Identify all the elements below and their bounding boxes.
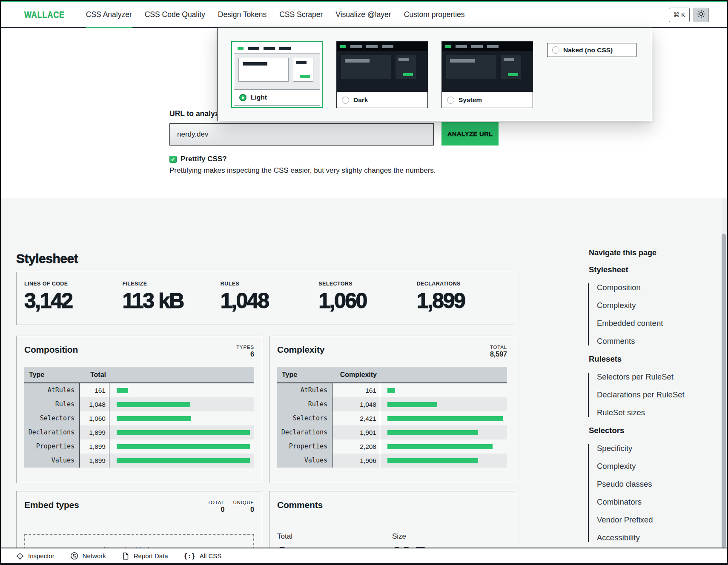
composition-card: Composition TYPES 6 Type Total AtRules 1… [16,336,262,483]
tool-label: Inspector [28,552,54,559]
thumb-nav-item [456,45,467,48]
stylesheet-summary-card: LINES OF CODE 3,142 FILESIZE 113 kB RULE… [16,272,515,325]
thumb-content [442,51,533,92]
nav-item-accessibility[interactable]: Accessibility [597,534,716,542]
comments-total: Total 2 [277,532,392,548]
column-header-total: Total [80,367,109,382]
row-value: 2,421 [332,411,380,425]
nav-item-comments[interactable]: Comments [597,337,716,345]
nav-item-ruleset-sizes[interactable]: RuleSet sizes [597,408,716,417]
tab-custom-properties[interactable]: Custom properties [398,2,471,27]
row-type: Declarations [277,425,332,439]
prettify-label: Prettify CSS? [181,155,227,163]
row-type: Values [24,454,80,468]
card-title: Complexity [277,345,324,363]
stat-selectors: SELECTORS 1,060 [318,281,416,325]
bottom-toolbar: Inspector Network Report Data {:} [1,548,727,563]
composition-header: Composition TYPES 6 [24,345,254,363]
system-radio[interactable] [447,97,454,104]
thumb-nav-item [471,45,483,48]
theme-option-naked[interactable]: Naked (no CSS) [547,43,636,57]
thumb-input-box [341,55,391,79]
row-value: 1,901 [332,425,380,439]
thumb-input-box [238,58,289,82]
value-bar [117,458,250,463]
theme-option-footer: Light [234,89,320,105]
nav-heading-rulesets[interactable]: Rulesets [588,355,716,363]
nav-item-selectors-per-ruleset[interactable]: Selectors per RuleSet [597,373,716,381]
thumb-navbar [337,42,427,51]
top-navigation: WALLACE CSS Analyzer CSS Code Quality De… [1,2,727,28]
theme-toggle-button[interactable] [694,8,709,22]
tab-css-scraper[interactable]: CSS Scraper [273,2,329,27]
naked-radio[interactable] [552,46,559,54]
meta-label: UNIQUE [233,500,254,505]
inspector-tool[interactable]: Inspector [16,552,54,560]
theme-option-dark[interactable]: Dark [336,41,428,108]
theme-option-label: Dark [353,96,368,104]
nav-item-declarations-per-ruleset[interactable]: Declarations per RuleSet [597,391,716,399]
table-row: Values 1,906 [277,454,507,468]
row-value: 1,906 [332,454,380,468]
dark-radio[interactable] [342,97,349,104]
stat-value: 2 [277,543,392,548]
url-input[interactable] [169,123,434,146]
nav-heading-stylesheet[interactable]: Stylesheet [588,265,716,274]
row-value: 1,899 [80,454,109,468]
theme-option-footer: Dark [337,92,427,108]
tab-design-tokens[interactable]: Design Tokens [212,2,273,27]
command-palette-button[interactable]: ⌘ K [669,8,690,22]
empty-state-box: No embedded content [24,534,254,548]
nav-item-combinators[interactable]: Combinators [597,498,716,506]
row-type: Selectors [24,411,80,425]
nav-item-specificity[interactable]: Specificity [597,444,716,453]
stat-rules: RULES 1,048 [221,281,318,325]
tab-css-code-quality[interactable]: CSS Code Quality [138,2,212,27]
table-row: AtRules 161 [277,383,507,397]
nav-item-selector-complexity[interactable]: Complexity [597,462,716,471]
stat-label: Total [277,532,392,541]
thumb-nav-item [264,47,275,50]
tool-label: All CSS [200,552,222,559]
table-row: Rules 1,048 [277,397,507,411]
thumb-content [337,51,427,92]
row-bar-cell [380,425,507,439]
tab-css-analyzer[interactable]: CSS Analyzer [80,2,138,27]
composition-meta: TYPES 6 [236,345,254,363]
report-data-tool[interactable]: Report Data [122,552,168,560]
table-row: Declarations 1,899 [24,425,254,439]
wallace-logo[interactable]: WALLACE [24,9,65,20]
prettify-checkbox[interactable] [169,156,177,163]
row-type: Rules [24,397,80,411]
theme-option-system[interactable]: System [441,41,533,108]
stat-value: 1,048 [221,290,318,311]
row-value: 1,899 [80,425,109,439]
table-row: Rules 1,048 [24,397,254,411]
nav-item-complexity[interactable]: Complexity [597,301,716,310]
scrollbar-thumb[interactable] [722,234,726,548]
nav-item-composition[interactable]: Composition [597,283,716,292]
analyze-url-button[interactable]: ANALYZE URL [441,122,499,146]
network-tool[interactable]: Network [70,552,106,560]
value-bar [387,430,478,435]
stat-value: 1,899 [417,290,515,311]
theme-option-light[interactable]: Light [231,41,323,108]
nav-item-vendor-prefixed[interactable]: Vendor Prefixed [597,516,716,524]
table-row: Properties 2,208 [277,439,507,454]
meta-label: TOTAL [490,345,507,350]
sun-icon [697,10,705,20]
nav-item-embedded-content[interactable]: Embedded content [597,319,716,328]
nav-item-pseudo-classes[interactable]: Pseudo classes [597,480,716,488]
row-bar-cell [109,454,254,468]
row-bar-cell [109,439,254,454]
meta-label: TYPES [236,345,254,350]
nav-heading-selectors[interactable]: Selectors [588,426,716,435]
theme-option-label: Light [251,94,267,101]
row-value: 1,060 [80,411,109,425]
thumb-input-box [446,55,496,79]
thumb-logo-chip [445,45,451,48]
thumb-button-bar [403,73,413,76]
all-css-tool[interactable]: {:} All CSS [184,552,222,560]
light-radio[interactable] [239,94,246,101]
tab-visualize-layer[interactable]: Visualize @layer [329,2,397,27]
